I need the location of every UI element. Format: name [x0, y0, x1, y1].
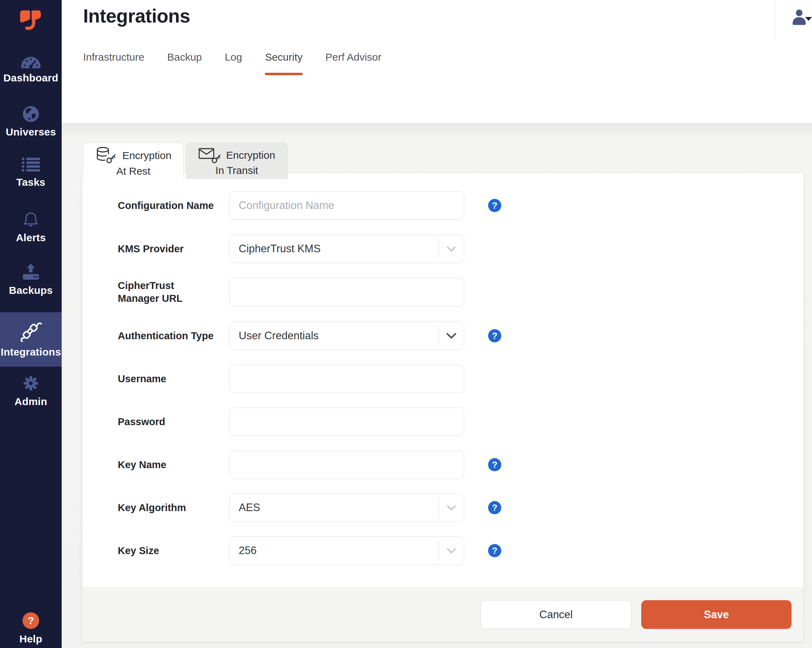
key-algorithm-select[interactable]: AES	[229, 494, 464, 522]
field-label: Key Name	[118, 451, 217, 479]
form-row-username: Username	[82, 365, 803, 393]
svg-text:?: ?	[492, 200, 498, 211]
form-row-ciphertrust-manager-url: CipherTrust Manager URL	[82, 278, 803, 306]
select-value: 256	[230, 544, 438, 557]
task-list-icon	[22, 158, 40, 173]
cancel-button[interactable]: Cancel	[481, 600, 632, 629]
form-row-kms-provider: KMS Provider CipherTrust KMS	[82, 235, 803, 263]
enc-tab-label-line1: Encryption	[226, 149, 275, 161]
save-button[interactable]: Save	[641, 600, 792, 629]
tab-security[interactable]: Security	[265, 51, 302, 75]
sidebar-item-help[interactable]: ? Help	[0, 611, 62, 645]
configuration-name-input[interactable]	[229, 191, 464, 220]
plug-icon	[20, 321, 42, 344]
form-row-key-size: Key Size 256 ?	[82, 536, 803, 565]
sidebar-item-label: Universes	[6, 126, 56, 138]
form-row-configuration-name: Configuration Name ?	[82, 191, 803, 220]
caret-down-icon[interactable]	[805, 16, 812, 22]
tab-infrastructure[interactable]: Infrastructure	[83, 51, 145, 75]
sidebar-item-label: Admin	[15, 396, 47, 408]
sidebar-item-alerts[interactable]: Alerts	[0, 210, 62, 244]
chevron-down-icon	[439, 333, 464, 339]
help-circle-icon: ?	[488, 199, 502, 212]
authentication-type-select[interactable]: User Credentials	[229, 322, 464, 350]
yugabyte-logo-icon	[20, 10, 41, 32]
enc-tab-label-line1: Encryption	[122, 150, 171, 162]
sidebar-item-integrations[interactable]: Integrations	[0, 312, 62, 367]
svg-text:?: ?	[492, 546, 498, 556]
username-input[interactable]	[229, 365, 464, 393]
svg-text:?: ?	[492, 503, 498, 513]
sidebar-item-backups[interactable]: Backups	[0, 263, 62, 296]
enc-tab-label-line2: At Rest	[116, 165, 150, 177]
database-key-icon	[95, 147, 117, 165]
password-input[interactable]	[229, 408, 464, 436]
field-label: Password	[118, 408, 217, 436]
key-size-help[interactable]: ?	[488, 544, 502, 558]
svg-text:?: ?	[28, 615, 34, 626]
help-circle-icon: ?	[488, 329, 502, 343]
help-question-icon: ?	[22, 611, 40, 630]
select-value: AES	[230, 501, 438, 514]
sidebar: Dashboard Universes Tasks	[0, 0, 62, 648]
ciphertrust-manager-url-input[interactable]	[229, 278, 464, 306]
globe-icon	[22, 105, 40, 123]
page-title: Integrations	[83, 5, 190, 27]
sidebar-item-label: Alerts	[16, 232, 46, 244]
key-name-help[interactable]: ?	[488, 458, 502, 472]
tab-encryption-at-rest[interactable]: Encryption At Rest	[83, 143, 183, 179]
main-region: Integrations Infrastructure Backup Log S…	[62, 0, 812, 648]
chevron-down-icon	[439, 505, 464, 510]
sidebar-item-universes[interactable]: Universes	[0, 105, 62, 138]
header-tabs: Infrastructure Backup Log Security Perf …	[83, 51, 382, 75]
bell-icon	[22, 210, 40, 228]
chevron-down-icon	[439, 246, 464, 252]
field-label: Key Algorithm	[118, 494, 217, 522]
form-row-password: Password	[82, 408, 803, 436]
encryption-at-rest-panel: Configuration Name ? KMS Provider	[82, 173, 803, 641]
backup-upload-icon	[21, 263, 40, 281]
sidebar-item-dashboard[interactable]: Dashboard	[0, 53, 62, 84]
field-label: CipherTrust Manager URL	[118, 278, 217, 306]
chevron-down-icon	[439, 548, 464, 553]
sidebar-item-admin[interactable]: Admin	[0, 374, 62, 408]
configuration-name-help[interactable]: ?	[488, 199, 502, 212]
field-label: KMS Provider	[118, 235, 217, 263]
select-value: User Credentials	[230, 330, 438, 342]
sidebar-item-label: Backups	[9, 284, 53, 296]
key-name-input[interactable]	[229, 451, 464, 479]
sidebar-item-label: Help	[20, 633, 42, 645]
envelope-key-icon	[198, 147, 221, 164]
select-value: CipherTrust KMS	[230, 243, 438, 255]
enc-tab-label-line2: In Transit	[215, 165, 258, 176]
gear-icon	[22, 374, 40, 392]
authentication-type-help[interactable]: ?	[488, 329, 502, 343]
gauge-icon	[20, 53, 42, 69]
help-circle-icon: ?	[488, 501, 502, 515]
field-label: Configuration Name	[118, 191, 217, 220]
key-algorithm-help[interactable]: ?	[488, 501, 502, 515]
kms-config-form: Configuration Name ? KMS Provider	[82, 173, 803, 587]
header-divider	[775, 0, 775, 41]
sidebar-item-label: Tasks	[16, 176, 45, 188]
tab-perf-advisor[interactable]: Perf Advisor	[325, 51, 382, 75]
tab-log[interactable]: Log	[225, 51, 242, 75]
help-circle-icon: ?	[488, 458, 502, 472]
yugabyte-logo[interactable]	[20, 10, 41, 32]
kms-provider-select[interactable]: CipherTrust KMS	[229, 235, 464, 263]
form-row-key-algorithm: Key Algorithm AES ?	[82, 494, 803, 522]
key-size-select[interactable]: 256	[229, 536, 464, 565]
form-row-key-name: Key Name ?	[82, 451, 803, 479]
tab-encryption-in-transit[interactable]: Encryption In Transit	[186, 143, 287, 179]
form-row-authentication-type: Authentication Type User Credentials	[82, 322, 803, 350]
field-label: Key Size	[118, 536, 217, 565]
tab-backup[interactable]: Backup	[167, 51, 202, 75]
svg-text:?: ?	[492, 460, 498, 470]
svg-text:?: ?	[492, 330, 498, 341]
field-label: Authentication Type	[118, 322, 217, 350]
sidebar-item-label: Dashboard	[3, 72, 58, 84]
app-window: Dashboard Universes Tasks	[0, 0, 812, 648]
form-footer: Cancel Save	[82, 587, 803, 641]
sidebar-item-label: Integrations	[1, 346, 61, 358]
sidebar-item-tasks[interactable]: Tasks	[0, 158, 62, 188]
